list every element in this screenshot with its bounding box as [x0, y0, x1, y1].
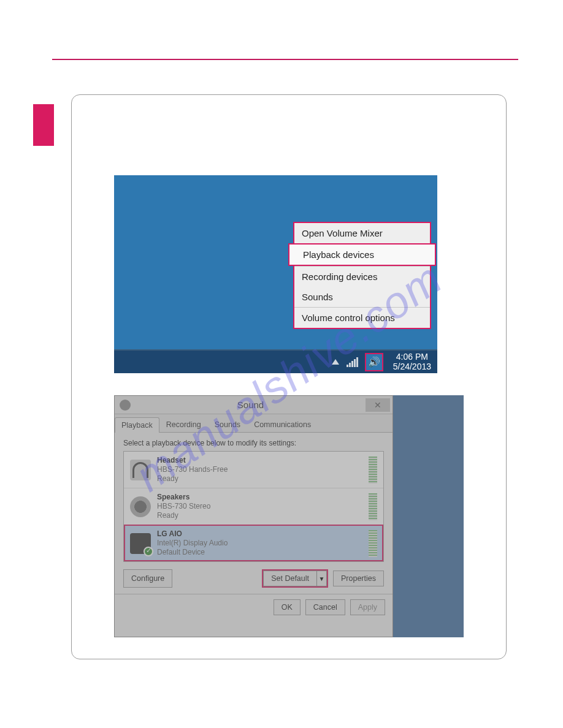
- page-side-tab: [33, 104, 54, 146]
- device-status: Ready: [157, 511, 362, 520]
- close-button[interactable]: ✕: [366, 398, 390, 412]
- configure-button[interactable]: Configure: [123, 569, 172, 588]
- cancel-button[interactable]: Cancel: [305, 599, 345, 615]
- speaker-icon: 🔊: [368, 356, 380, 368]
- device-desc: HBS-730 Stereo: [157, 502, 362, 511]
- ok-button[interactable]: OK: [274, 599, 301, 615]
- device-name: Headset: [157, 456, 362, 465]
- tray-time: 4:06 PM: [393, 352, 431, 362]
- speaker-device-icon: [130, 496, 151, 517]
- ctx-open-volume-mixer[interactable]: Open Volume Mixer: [294, 223, 430, 243]
- screenshot-tray-menu: Open Volume Mixer Playback devices Recor…: [114, 175, 437, 373]
- tab-sounds[interactable]: Sounds: [208, 417, 247, 432]
- device-name: LG AIO: [157, 529, 362, 539]
- tab-recording[interactable]: Recording: [159, 417, 208, 432]
- tray-clock[interactable]: 4:06 PM 5/24/2013: [393, 352, 431, 371]
- figure-card: Open Volume Mixer Playback devices Recor…: [71, 94, 507, 659]
- level-meter-icon: [369, 530, 377, 557]
- playback-device-list: Headset HBS-730 Hands-Free Ready Speaker…: [123, 451, 384, 562]
- sound-title: Sound: [136, 400, 366, 410]
- tray-date: 5/24/2013: [393, 362, 431, 371]
- screenshot-sound-dialog: Sound ✕ Playback Recording Sounds Commun…: [114, 395, 464, 637]
- set-default-split-button[interactable]: Set Default ▼: [262, 569, 328, 588]
- ctx-volume-control-options[interactable]: Volume control options: [294, 307, 430, 328]
- default-check-icon: [144, 547, 153, 556]
- level-meter-icon: [369, 493, 377, 520]
- device-desc: Intel(R) Display Audio: [157, 539, 362, 548]
- device-row-speakers[interactable]: Speakers HBS-730 Stereo Ready: [124, 488, 383, 525]
- level-meter-icon: [369, 457, 377, 483]
- sound-window: Sound ✕ Playback Recording Sounds Commun…: [114, 395, 393, 637]
- device-status: Default Device: [157, 548, 362, 557]
- apply-button[interactable]: Apply: [350, 599, 385, 615]
- ctx-playback-devices[interactable]: Playback devices: [288, 243, 436, 266]
- headset-icon: [130, 460, 151, 480]
- sound-window-icon: [120, 400, 131, 411]
- properties-button[interactable]: Properties: [333, 571, 384, 586]
- device-desc: HBS-730 Hands-Free: [157, 465, 362, 474]
- ctx-sounds[interactable]: Sounds: [294, 287, 430, 307]
- device-name: Speakers: [157, 493, 362, 502]
- monitor-icon: [130, 533, 151, 554]
- chevron-down-icon[interactable]: ▼: [317, 571, 327, 586]
- device-row-headset[interactable]: Headset HBS-730 Hands-Free Ready: [124, 452, 383, 488]
- tab-communications[interactable]: Communications: [247, 417, 318, 432]
- sound-instruction: Select a playback device below to modify…: [123, 439, 384, 447]
- volume-tray-button[interactable]: 🔊: [365, 353, 383, 371]
- device-row-lg-aio[interactable]: LG AIO Intel(R) Display Audio Default De…: [124, 525, 383, 561]
- sound-footer: OK Cancel Apply: [115, 594, 393, 620]
- volume-context-menu: Open Volume Mixer Playback devices Recor…: [293, 222, 431, 329]
- network-icon[interactable]: [347, 357, 359, 367]
- sound-titlebar: Sound ✕: [115, 396, 393, 414]
- tray-show-hidden-icon[interactable]: [332, 359, 339, 365]
- tab-playback[interactable]: Playback: [115, 417, 159, 433]
- device-status: Ready: [157, 474, 362, 483]
- taskbar: 🔊 4:06 PM 5/24/2013: [114, 349, 437, 373]
- sound-tabs: Playback Recording Sounds Communications: [115, 414, 393, 433]
- page-top-rule: [52, 59, 518, 60]
- ctx-recording-devices[interactable]: Recording devices: [294, 266, 430, 287]
- set-default-button[interactable]: Set Default: [263, 571, 317, 586]
